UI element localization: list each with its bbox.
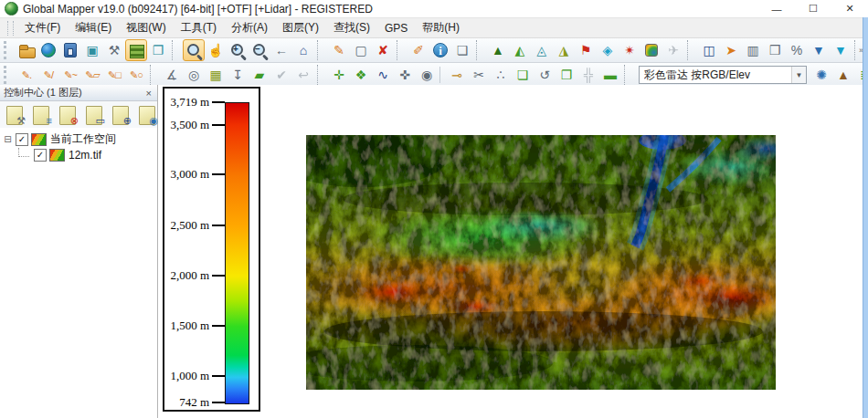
find-peaks-button[interactable]: ⚑ [575,39,597,61]
slope-display-button[interactable]: % [786,39,808,61]
menu-layer[interactable]: 图层(Y) [275,18,326,37]
legend-tick-label: 1,500 m [170,319,209,333]
open-online-map-button[interactable] [37,39,59,61]
measure-tool-button[interactable]: ✐ [408,39,429,61]
map-canvas[interactable] [161,85,863,418]
chevron-down-icon[interactable]: ▼ [791,67,806,83]
control-center-header: 控制中心 (1 图层) × [0,85,157,101]
edit-path-button[interactable]: ∿ [372,64,394,86]
clear-selection-button[interactable]: ✘ [372,39,394,61]
menu-edit[interactable]: 编辑(E) [68,18,119,37]
toolbar-separator [397,40,405,60]
duplicate-feature-button[interactable]: ❏ [512,64,534,86]
reshape-feature-button[interactable]: ❖ [350,64,372,86]
path-profile-button[interactable]: ◮ [553,39,575,61]
layer-checkbox[interactable]: ✓ [34,149,47,162]
layer-options-button[interactable]: ⚒ [4,104,26,126]
create-grid-button[interactable]: ▦ [205,64,227,86]
map-layout-button[interactable]: ▣ [81,39,103,61]
tree-expander-icon[interactable]: ⊟ [3,134,13,144]
cut-feature-button[interactable]: ✂ [468,64,490,86]
layer-metadata-button[interactable]: ≡ [30,104,53,126]
move-vertex-button[interactable]: ↧ [227,64,249,86]
lidar-qc-button[interactable]: ▼ [808,39,830,61]
toolbar-grip[interactable] [4,66,12,84]
previous-view-button[interactable]: ← [270,39,292,61]
view-3d-button[interactable]: ❒ [764,39,786,61]
rotate-feature-button[interactable]: ↺ [534,64,556,86]
search-vector-data-button[interactable]: ❏ [451,39,473,61]
copy-feature-button[interactable]: ❐ [556,64,577,86]
overview-map-button[interactable]: ❐ [147,39,169,61]
full-view-button[interactable]: ⌂ [292,39,314,61]
lidar-settings-button[interactable]: ✺ [810,64,832,86]
create-circle-button[interactable]: ✎○ [125,64,147,86]
zoom-in-button[interactable]: + [227,39,249,61]
menu-help[interactable]: 帮助(H) [415,18,467,37]
create-buffer-button[interactable]: ▰ [249,64,270,86]
select-features-button[interactable]: ▢ [350,39,372,61]
window-border-right [863,17,868,418]
open-file-button[interactable] [16,39,37,61]
tree-expander-icon[interactable] [18,148,29,157]
layer-visibility-button[interactable]: ◉ [136,104,159,126]
tree-item-label: 12m.tif [69,149,101,162]
view-shed-analysis-button[interactable]: ◬ [531,39,553,61]
create-point-button[interactable]: ✎. [16,64,37,86]
watershed-analysis-button[interactable]: ◭ [509,39,531,61]
pan-tool-button[interactable]: ☝ [205,39,227,61]
digitizer-tool-button[interactable]: ✎ [328,39,350,61]
control-center-button[interactable] [125,39,147,61]
create-range-rings-button[interactable]: ◎ [183,64,205,86]
toolbar-separator [172,40,180,60]
create-curve-button[interactable]: ✎~ [59,64,81,86]
panel-close-icon[interactable]: × [144,88,153,99]
layer-checkbox[interactable]: ✓ [16,133,28,146]
terrain-raster[interactable] [306,135,776,390]
move-selection-button[interactable]: ✜ [394,64,416,86]
menu-file[interactable]: 文件(F) [17,18,68,37]
lidar-classify-button[interactable]: ▼ [830,39,852,61]
zoom-to-layer-button[interactable]: ⊕ [110,104,132,126]
create-contours-button[interactable]: ▲ [487,39,509,61]
menu-tools[interactable]: 工具(T) [174,18,224,37]
lidar-ground-classify-button[interactable]: ▲ [832,64,854,86]
configuration-button[interactable]: ⚒ [103,39,125,61]
zoom-tool-button[interactable] [183,39,205,61]
create-rectangle-button[interactable]: ✎□ [103,64,125,86]
toolbar-grip[interactable] [4,41,12,59]
tree-item-12m-tif[interactable]: ✓ 12m.tif [3,147,157,162]
menu-search[interactable]: 查找(S) [326,18,377,37]
menu-gps[interactable]: GPS [377,20,415,37]
close-layer-button[interactable]: ⊗ [57,104,79,126]
lidar-draw-mode-combo[interactable]: 彩色雷达 按RGB/Elev ▼ [639,66,807,84]
legend-tick: 2,500 m [164,218,225,233]
measure-feature-button[interactable]: ▬ [599,64,621,86]
close-button[interactable]: ✕ [831,0,868,17]
create-text-button[interactable]: ∡ [161,64,183,86]
layer-tree: ⊟ ✓ 当前工作空间 ✓ 12m.tif [0,128,157,418]
crop-layer-button[interactable]: ▭ [83,104,106,126]
split-view-button[interactable]: ◫ [698,39,720,61]
create-area-button[interactable]: ✎▱ [81,64,103,86]
legend-tick-label: 2,500 m [170,218,209,233]
zoom-out-button[interactable]: − [249,39,270,61]
layer-toolbar: ⚒≡⊗▭⊕◉ [0,101,157,130]
menu-view[interactable]: 视图(W) [119,18,173,37]
minimize-button[interactable]: — [758,0,795,17]
fire-spread-button[interactable]: ✴ [619,39,640,61]
rotate-point-button[interactable]: ◉ [416,64,438,86]
menu-analysis[interactable]: 分析(A) [224,18,275,37]
create-line-button[interactable]: ✎/ [37,64,59,86]
maximize-button[interactable]: ☐ [795,0,831,17]
save-workspace-button[interactable] [59,39,81,61]
delete-vertex-button[interactable]: ∴ [490,64,512,86]
feature-info-button[interactable]: i [429,39,451,61]
water-rise-button[interactable]: ◈ [597,39,619,61]
add-vertex-button[interactable]: ⊸ [446,64,468,86]
clip-region-button[interactable]: ▥ [742,39,764,61]
shader-options-button[interactable] [640,39,662,61]
move-feature-button[interactable]: ✛ [328,64,350,86]
tree-item-workspace[interactable]: ⊟ ✓ 当前工作空间 [3,131,157,147]
fly-through-button[interactable]: ➤ [720,39,742,61]
